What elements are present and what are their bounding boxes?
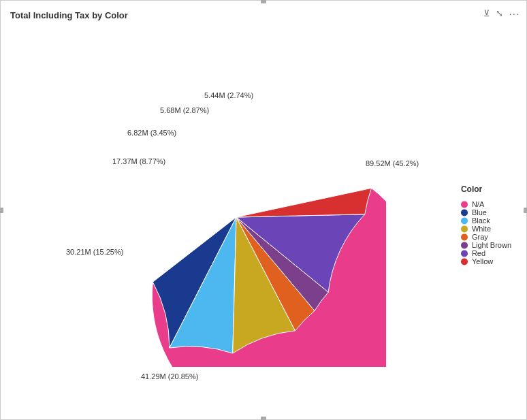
slice-yellow[interactable] (236, 188, 372, 217)
legend-dot (461, 242, 468, 248)
legend-item-black[interactable]: Black (461, 216, 511, 225)
pie-chart (86, 67, 386, 367)
legend-item-n/a[interactable]: N/A (461, 200, 511, 208)
legend-dot (461, 217, 468, 224)
legend-label: Light Brown (472, 241, 511, 249)
toolbar: ⊻ ⤡ ··· (483, 7, 520, 19)
legend-dot (461, 258, 468, 265)
legend-label: Gray (472, 233, 488, 241)
legend-item-gray[interactable]: Gray (461, 233, 511, 241)
legend: Color N/A Blue Black White Gray Light Br… (461, 184, 511, 265)
legend-dot (461, 209, 468, 216)
legend-item-white[interactable]: White (461, 225, 511, 233)
legend-label: Blue (472, 208, 487, 216)
filter-icon[interactable]: ⊻ (483, 8, 490, 18)
expand-icon[interactable]: ⤡ (496, 8, 503, 18)
label-red: 5.44M (2.74%) (204, 91, 253, 99)
label-gray: 6.82M (3.45%) (127, 129, 176, 137)
label-lightbrown: 5.68M (2.87%) (160, 106, 209, 114)
legend-dot (461, 233, 468, 240)
legend-label: Yellow (472, 257, 493, 265)
label-white: 17.37M (8.77%) (112, 157, 165, 165)
legend-dot (461, 225, 468, 232)
legend-item-yellow[interactable]: Yellow (461, 257, 511, 265)
resize-top[interactable] (261, 0, 266, 3)
legend-label: Red (472, 249, 485, 257)
legend-title: Color (461, 184, 511, 194)
legend-label: N/A (472, 200, 484, 208)
pie-area: 89.52M (45.2%) 41.29M (20.85%) 30.21M (1… (59, 40, 468, 394)
legend-item-red[interactable]: Red (461, 249, 511, 257)
legend-item-blue[interactable]: Blue (461, 208, 511, 216)
label-black: 30.21M (15.25%) (66, 248, 123, 256)
legend-label: White (472, 225, 491, 233)
chart-container: Total Including Tax by Color ⊻ ⤡ ··· (0, 0, 527, 420)
chart-title: Total Including Tax by Color (10, 10, 128, 20)
legend-item-light-brown[interactable]: Light Brown (461, 241, 511, 249)
resize-bottom[interactable] (261, 417, 266, 420)
legend-items: N/A Blue Black White Gray Light Brown Re… (461, 200, 511, 265)
label-blue: 41.29M (20.85%) (141, 372, 198, 381)
chart-area: 89.52M (45.2%) 41.29M (20.85%) 30.21M (1… (1, 28, 526, 406)
legend-label: Black (472, 216, 490, 225)
legend-dot (461, 250, 468, 257)
legend-dot (461, 201, 468, 208)
more-options-icon[interactable]: ··· (509, 7, 520, 19)
label-na: 89.52M (45.2%) (366, 159, 419, 167)
